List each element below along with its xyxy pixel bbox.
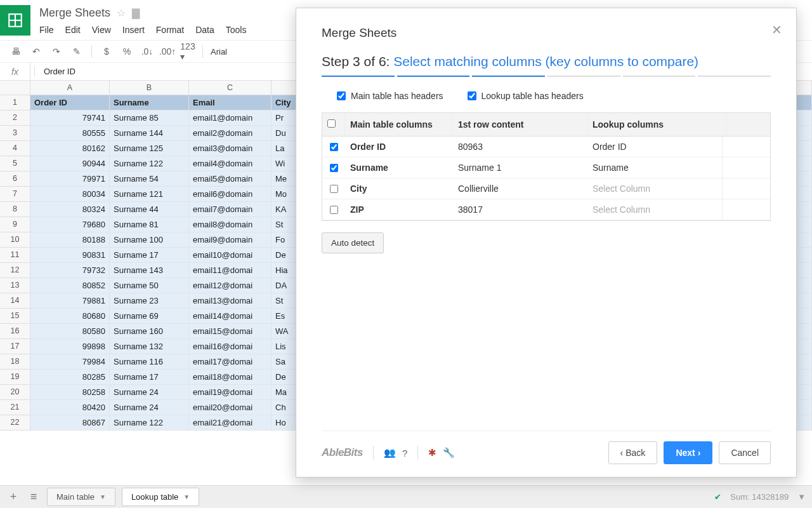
- cancel-button[interactable]: Cancel: [719, 441, 771, 464]
- cell[interactable]: 80420: [30, 400, 110, 415]
- cell[interactable]: 80324: [30, 202, 110, 217]
- currency-icon[interactable]: $: [100, 44, 114, 58]
- cell[interactable]: Surname 44: [110, 202, 189, 217]
- header-cell[interactable]: Order ID: [30, 95, 110, 110]
- cell[interactable]: email2@domain: [189, 126, 272, 141]
- help-icon[interactable]: ?: [402, 448, 407, 458]
- cell[interactable]: 90831: [30, 248, 110, 263]
- chevron-down-icon[interactable]: ▼: [797, 492, 806, 502]
- col-header[interactable]: B: [110, 81, 189, 95]
- cell[interactable]: email10@domai: [189, 248, 272, 263]
- cell[interactable]: 80034: [30, 187, 110, 202]
- cell[interactable]: Surname 121: [110, 187, 189, 202]
- lookup-column-select[interactable]: Order ID: [587, 137, 722, 157]
- cell[interactable]: 79971: [30, 171, 110, 187]
- header-cell[interactable]: Surname: [110, 95, 189, 110]
- cell[interactable]: email13@domai: [189, 293, 272, 309]
- row-header[interactable]: 14: [0, 293, 30, 309]
- row-header[interactable]: 10: [0, 232, 30, 248]
- chevron-down-icon[interactable]: ▼: [183, 493, 190, 500]
- row-header[interactable]: 2: [0, 110, 30, 126]
- formula-bar[interactable]: Order ID: [39, 67, 75, 76]
- cell[interactable]: Surname 122: [110, 156, 189, 171]
- lookup-has-headers-checkbox[interactable]: Lookup table has headers: [468, 91, 584, 101]
- cell[interactable]: email20@domai: [189, 400, 272, 415]
- cell[interactable]: 79741: [30, 110, 110, 126]
- cell[interactable]: email15@domai: [189, 324, 272, 339]
- paint-format-icon[interactable]: ✎: [70, 44, 84, 58]
- auto-detect-button[interactable]: Auto detect: [322, 232, 384, 253]
- redo-icon[interactable]: ↷: [49, 44, 63, 58]
- cell[interactable]: Surname 81: [110, 217, 189, 232]
- cell[interactable]: email3@domain: [189, 141, 272, 156]
- cell[interactable]: Surname 116: [110, 354, 189, 370]
- cell[interactable]: 80555: [30, 126, 110, 141]
- row-header[interactable]: 16: [0, 324, 30, 339]
- row-header[interactable]: 6: [0, 171, 30, 187]
- cell[interactable]: email11@domai: [189, 263, 272, 278]
- people-icon[interactable]: 👥: [384, 447, 396, 458]
- row-header[interactable]: 4: [0, 141, 30, 156]
- row-header[interactable]: 5: [0, 156, 30, 171]
- cell[interactable]: Surname 160: [110, 324, 189, 339]
- cell[interactable]: Surname 144: [110, 126, 189, 141]
- cell[interactable]: Surname 143: [110, 263, 189, 278]
- menu-view[interactable]: View: [92, 25, 111, 35]
- next-button[interactable]: Next›: [664, 441, 712, 464]
- cell[interactable]: Surname 24: [110, 400, 189, 415]
- row-checkbox[interactable]: [330, 164, 338, 172]
- cell[interactable]: 99898: [30, 339, 110, 354]
- cell[interactable]: email8@domain: [189, 217, 272, 232]
- row-header[interactable]: 9: [0, 217, 30, 232]
- cell[interactable]: Surname 122: [110, 415, 189, 431]
- col-header[interactable]: [0, 81, 30, 95]
- number-format-icon[interactable]: 123 ▾: [181, 44, 195, 58]
- cell[interactable]: Surname 54: [110, 171, 189, 187]
- cell[interactable]: Surname 23: [110, 293, 189, 309]
- cell[interactable]: Surname 100: [110, 232, 189, 248]
- percent-icon[interactable]: %: [120, 44, 134, 58]
- menu-tools[interactable]: Tools: [226, 25, 247, 35]
- row-header[interactable]: 3: [0, 126, 30, 141]
- cell[interactable]: 80852: [30, 278, 110, 293]
- cell[interactable]: email7@domain: [189, 202, 272, 217]
- main-has-headers-checkbox[interactable]: Main table has headers: [337, 91, 443, 101]
- row-header[interactable]: 20: [0, 385, 30, 400]
- cell[interactable]: 80258: [30, 385, 110, 400]
- cell[interactable]: 79732: [30, 263, 110, 278]
- print-icon[interactable]: 🖶: [9, 44, 23, 58]
- header-cell[interactable]: Email: [189, 95, 272, 110]
- add-sheet-button[interactable]: +: [6, 490, 20, 504]
- dec-decrease-icon[interactable]: .0↓: [140, 44, 154, 58]
- row-header[interactable]: 12: [0, 263, 30, 278]
- cell[interactable]: 80162: [30, 141, 110, 156]
- cell[interactable]: email16@domai: [189, 339, 272, 354]
- font-selector[interactable]: Arial: [211, 47, 227, 57]
- cell[interactable]: 90944: [30, 156, 110, 171]
- cell[interactable]: email9@domain: [189, 232, 272, 248]
- row-checkbox[interactable]: [330, 185, 338, 193]
- row-header[interactable]: 17: [0, 339, 30, 354]
- sheet-menu-icon[interactable]: ≡: [27, 490, 41, 504]
- row-header[interactable]: 21: [0, 400, 30, 415]
- cell[interactable]: email12@domai: [189, 278, 272, 293]
- cell[interactable]: 79881: [30, 293, 110, 309]
- menu-data[interactable]: Data: [195, 25, 214, 35]
- row-header[interactable]: 7: [0, 187, 30, 202]
- chevron-down-icon[interactable]: ▼: [100, 493, 106, 500]
- cell[interactable]: email19@domai: [189, 385, 272, 400]
- lookup-column-select[interactable]: Surname: [587, 157, 722, 178]
- row-checkbox[interactable]: [330, 206, 338, 214]
- row-header[interactable]: 22: [0, 415, 30, 431]
- cell[interactable]: 80867: [30, 415, 110, 431]
- cell[interactable]: email5@domain: [189, 171, 272, 187]
- sheet-tab-lookup[interactable]: Lookup table▼: [122, 488, 199, 506]
- sheets-logo[interactable]: [0, 5, 30, 36]
- cell[interactable]: Surname 85: [110, 110, 189, 126]
- menu-file[interactable]: File: [39, 25, 54, 35]
- cell[interactable]: Surname 24: [110, 385, 189, 400]
- cell[interactable]: 79680: [30, 217, 110, 232]
- row-header[interactable]: 1: [0, 95, 30, 110]
- doc-title[interactable]: Merge Sheets: [39, 6, 110, 20]
- lookup-column-select[interactable]: Select Column: [587, 178, 722, 199]
